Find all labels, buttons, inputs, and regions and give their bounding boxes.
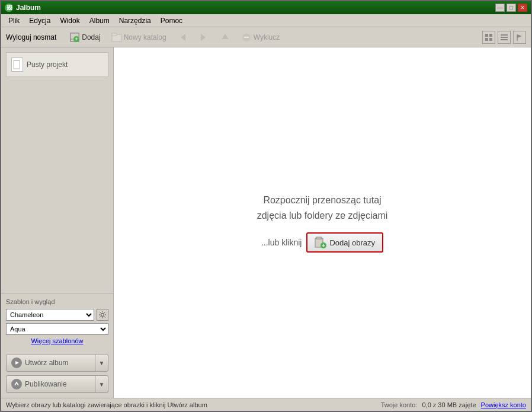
minimize-button[interactable]: — (495, 4, 505, 12)
maximize-button[interactable]: □ (507, 4, 516, 12)
title-bar-left: 🖼 Jalbum (5, 4, 41, 12)
publish-icon (11, 379, 22, 389)
create-album-btn-main[interactable]: Utwórz album (7, 354, 95, 371)
menu-widok[interactable]: Widok (55, 15, 84, 26)
publish-label: Publikowanie (25, 380, 67, 388)
toolbar-exclude-label: Wyklucz (254, 33, 280, 41)
app-icon: 🖼 (5, 4, 13, 12)
toolbar-grid-view-button[interactable] (482, 31, 495, 44)
new-catalog-icon (111, 32, 122, 43)
color-select[interactable]: Aqua Blue Red Green Orange (6, 323, 108, 335)
sidebar: Pusty projekt Szablon i wygląd Chameleon… (1, 47, 114, 398)
add-icon: + (69, 32, 80, 43)
svg-rect-5 (112, 33, 117, 36)
status-hint-text: Wybierz obrazy lub katalogi zawierające … (6, 401, 381, 408)
menu-album[interactable]: Album (85, 15, 114, 26)
title-bar: 🖼 Jalbum — □ ✕ (1, 1, 531, 14)
drop-zone-action: ...lub kliknij + Dodaj obrazy (261, 232, 383, 253)
template-settings-button[interactable] (97, 309, 108, 321)
or-click-label: ...lub kliknij (261, 238, 302, 247)
template-section: Szablon i wygląd Chameleon Turtle Sparro… (1, 293, 113, 349)
up-icon (220, 32, 230, 43)
toolbar-new-catalog-label: Nowy katalog (124, 33, 166, 41)
toolbar-list-view-button[interactable] (498, 31, 511, 44)
drop-zone-line2: zdjęcia lub foldery ze zdjęciami (257, 208, 388, 223)
svg-rect-27 (316, 237, 322, 239)
toolbar-back-button[interactable] (174, 31, 191, 44)
svg-rect-17 (501, 39, 508, 40)
drop-zone[interactable]: Rozpocznij przenosząc tutaj zdjęcia lub … (114, 47, 531, 398)
user-label: Wyloguj nosmat (6, 33, 56, 41)
status-bar: Wybierz obrazy lub katalogi zawierające … (1, 398, 531, 411)
create-album-icon (11, 357, 22, 368)
publish-button[interactable]: Publikowanie ▼ (6, 375, 108, 393)
account-label: Twoje konto: (381, 401, 418, 408)
toolbar-forward-button[interactable] (195, 31, 213, 44)
toolbar-exclude-button[interactable]: Wyklucz (238, 31, 284, 44)
back-icon (177, 32, 188, 43)
svg-rect-15 (501, 34, 508, 36)
template-select[interactable]: Chameleon Turtle Sparrow Simple (6, 309, 94, 321)
toolbar-right (482, 31, 526, 44)
add-images-label: Dodaj obrazy (329, 238, 375, 247)
publish-btn-main[interactable]: Publikowanie (7, 376, 95, 392)
sidebar-projects: Pusty projekt (1, 47, 113, 293)
svg-rect-16 (501, 37, 508, 38)
svg-rect-11 (485, 34, 488, 37)
svg-text:+: + (75, 36, 78, 42)
svg-marker-7 (201, 34, 206, 41)
main-window: 🖼 Jalbum — □ ✕ Plik Edycja Widok Album N… (0, 0, 532, 412)
svg-marker-18 (517, 34, 522, 38)
close-button[interactable]: ✕ (518, 4, 527, 12)
toolbar-add-label: Dodaj (82, 33, 100, 41)
more-templates-link[interactable]: Więcej szablonów (6, 337, 108, 344)
color-select-row: Aqua Blue Red Green Orange (6, 323, 108, 335)
project-icon (11, 58, 23, 72)
project-label: Pusty projekt (27, 60, 68, 69)
menu-plik[interactable]: Plik (4, 15, 24, 26)
template-section-label: Szablon i wygląd (6, 298, 55, 305)
menu-narzedzia[interactable]: Narzędzia (114, 15, 156, 26)
toolbar-up-button[interactable] (216, 31, 234, 44)
toolbar-flag-button[interactable] (513, 31, 526, 44)
svg-rect-14 (489, 38, 492, 41)
toolbar: Wyloguj nosmat + Dodaj (1, 27, 531, 47)
template-select-row: Chameleon Turtle Sparrow Simple (6, 309, 108, 321)
svg-rect-20 (14, 60, 20, 69)
publish-arrow[interactable]: ▼ (95, 376, 108, 392)
menu-pomoc[interactable]: Pomoc (156, 15, 187, 26)
svg-rect-13 (485, 38, 488, 41)
account-value: 0,0 z 30 MB zajęte (422, 401, 476, 408)
main-content: Pusty projekt Szablon i wygląd Chameleon… (1, 47, 531, 398)
toolbar-new-catalog-button[interactable]: Nowy katalog (108, 31, 170, 44)
svg-marker-6 (181, 34, 185, 41)
menu-edycja[interactable]: Edycja (24, 15, 55, 26)
add-images-icon: + (315, 237, 326, 248)
action-buttons: Utwórz album ▼ Publikowanie (1, 349, 113, 398)
menu-bar: Plik Edycja Widok Album Narzędzia Pomoc (1, 14, 531, 27)
project-item[interactable]: Pusty projekt (6, 52, 108, 77)
toolbar-add-button[interactable]: + Dodaj (66, 31, 104, 44)
svg-marker-8 (222, 34, 229, 39)
svg-rect-12 (489, 34, 492, 37)
title-controls: — □ ✕ (495, 4, 527, 12)
status-account: Twoje konto: 0,0 z 30 MB zajęte Powiększ… (381, 401, 526, 408)
exclude-icon (241, 32, 252, 43)
drop-zone-line1: Rozpocznij przenosząc tutaj (257, 193, 388, 208)
enlarge-account-link[interactable]: Powiększ konto (481, 401, 526, 408)
add-images-button[interactable]: + Dodaj obrazy (306, 232, 383, 253)
window-title: Jalbum (16, 4, 41, 12)
svg-point-22 (101, 314, 104, 317)
drop-zone-text: Rozpocznij przenosząc tutaj zdjęcia lub … (257, 193, 388, 223)
forward-icon (198, 32, 209, 43)
svg-text:+: + (322, 242, 326, 249)
create-album-button[interactable]: Utwórz album ▼ (6, 354, 108, 372)
create-album-arrow[interactable]: ▼ (95, 354, 108, 371)
create-album-label: Utwórz album (25, 359, 68, 367)
